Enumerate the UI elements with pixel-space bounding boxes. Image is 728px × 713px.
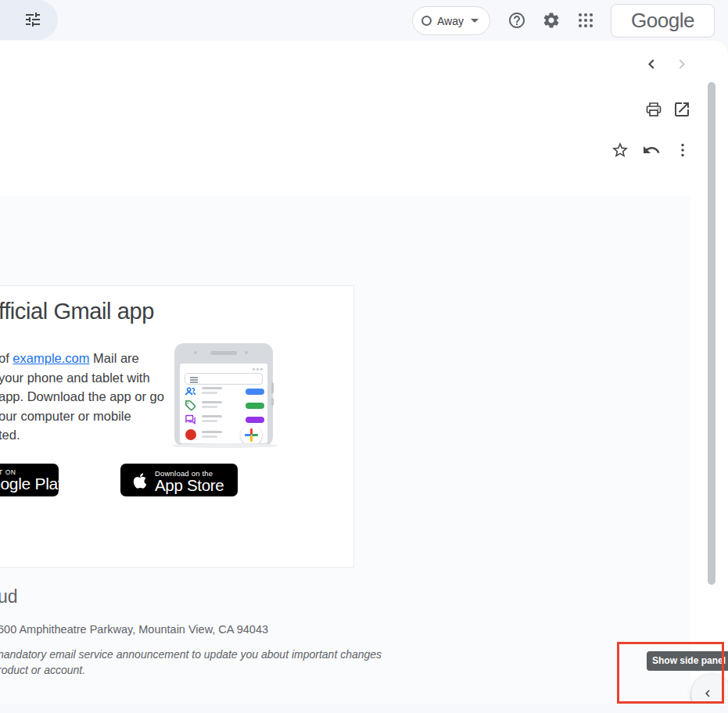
- reply-icon[interactable]: [642, 141, 661, 159]
- chevron-left-icon[interactable]: [642, 55, 661, 73]
- email-heading: fficial Gmail app: [0, 299, 154, 324]
- google-logo: Google: [631, 9, 694, 33]
- app-store-badge[interactable]: Download on the App Store: [120, 464, 238, 496]
- email-paragraph: of example.com Mail are your phone and t…: [0, 349, 164, 445]
- window-bottom-strip: [0, 704, 728, 713]
- purple-pill: [246, 417, 264, 423]
- chevron-right-icon[interactable]: [672, 55, 691, 73]
- side-panel-tooltip: Show side panel: [647, 651, 728, 671]
- people-icon: [185, 385, 196, 397]
- apple-icon: [130, 470, 150, 492]
- example-link[interactable]: example.com: [13, 351, 89, 365]
- phone-side-button: [271, 398, 274, 406]
- label-tag-icon: [185, 399, 196, 411]
- footer-disclaimer-line: nandatory email service announcement to …: [0, 648, 382, 661]
- blue-pill: [246, 389, 264, 395]
- compose-plus-fab: [241, 425, 262, 443]
- phone-screen: [180, 364, 267, 443]
- phone-illustration: [174, 343, 273, 446]
- search-bar[interactable]: [0, 0, 58, 40]
- paragraph-line: your phone and tablet with: [0, 368, 164, 388]
- paragraph-line: our computer or mobile: [0, 407, 164, 426]
- paragraph-line: of example.com Mail are: [0, 349, 164, 368]
- star-icon[interactable]: [611, 141, 629, 159]
- paragraph-line: app. Download the app or go: [0, 387, 164, 407]
- status-selector[interactable]: Away: [412, 6, 490, 35]
- google-account-button[interactable]: Google: [611, 4, 715, 38]
- open-in-new-icon[interactable]: [672, 100, 691, 119]
- appstore-badge-name: App Store: [155, 476, 224, 495]
- circle-ring-icon: [421, 16, 432, 26]
- paragraph-line: ted.: [0, 425, 164, 445]
- email-promo-card: fficial Gmail app of example.com Mail ar…: [0, 285, 354, 568]
- footer-brand: ud: [0, 586, 18, 607]
- chat-icon: [185, 414, 196, 425]
- gmail-window: Away Google fficial Gmail app of example…: [0, 0, 728, 713]
- chevron-down-icon: [471, 19, 479, 23]
- red-dot-icon: [185, 429, 196, 440]
- green-pill: [246, 403, 264, 409]
- more-vert-icon[interactable]: [673, 141, 692, 159]
- tune-icon[interactable]: [23, 10, 42, 29]
- google-play-badge[interactable]: GET IT ON Google Play: [0, 464, 59, 496]
- status-dot: [260, 368, 263, 371]
- phone-side-button: [271, 382, 274, 393]
- chevron-left-icon: [701, 686, 715, 700]
- status-dot: [253, 368, 255, 371]
- gear-icon[interactable]: [542, 11, 561, 30]
- play-badge-name: Google Play: [0, 475, 59, 493]
- vertical-scrollbar[interactable]: [708, 82, 715, 585]
- mini-search-field: [185, 373, 263, 385]
- phone-shadow: [171, 443, 278, 448]
- status-label: Away: [437, 15, 464, 27]
- phone-camera-dot: [245, 351, 248, 354]
- help-icon[interactable]: [507, 11, 526, 30]
- apps-grid-icon[interactable]: [576, 11, 595, 30]
- status-dot: [256, 368, 259, 371]
- footer-address: 600 Amphitheatre Parkway, Mountain View,…: [0, 623, 268, 636]
- phone-camera-dot: [194, 351, 197, 354]
- phone-speaker: [210, 351, 237, 355]
- printer-icon[interactable]: [644, 100, 663, 119]
- footer-disclaimer-line: roduct or account.: [0, 664, 85, 676]
